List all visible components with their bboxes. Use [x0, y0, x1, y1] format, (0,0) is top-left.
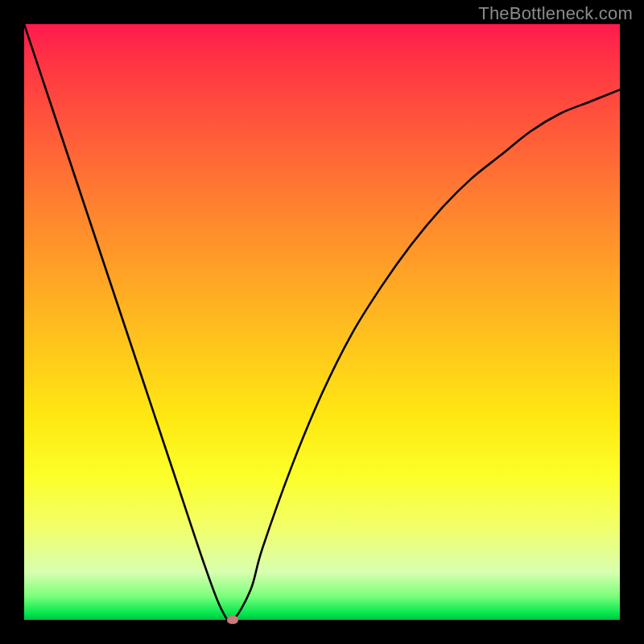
optimal-point-marker — [227, 616, 238, 624]
plot-area — [24, 24, 620, 620]
bottleneck-curve — [24, 24, 620, 620]
chart-outer-frame: TheBottleneck.com — [0, 0, 644, 644]
watermark-text: TheBottleneck.com — [478, 3, 633, 24]
